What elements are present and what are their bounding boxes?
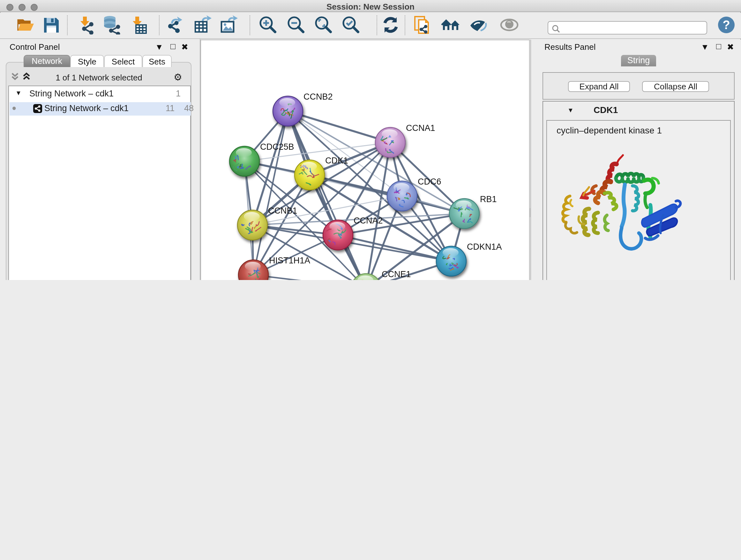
svg-text:HIST1H1A: HIST1H1A (269, 255, 310, 265)
svg-text:CDKN1A: CDKN1A (467, 242, 502, 251)
svg-text:CCNB2: CCNB2 (304, 91, 333, 101)
svg-text:?: ? (723, 18, 730, 32)
svg-text:CCNB1: CCNB1 (268, 206, 297, 215)
svg-text:CDK1: CDK1 (325, 155, 348, 165)
svg-text:CCNA1: CCNA1 (406, 123, 435, 132)
svg-text:CCNE1: CCNE1 (382, 269, 411, 279)
svg-text:RB1: RB1 (480, 194, 497, 204)
svg-text:CDC25B: CDC25B (260, 142, 294, 151)
svg-text:CDC6: CDC6 (418, 177, 441, 186)
svg-text:CCNA2: CCNA2 (354, 215, 383, 225)
